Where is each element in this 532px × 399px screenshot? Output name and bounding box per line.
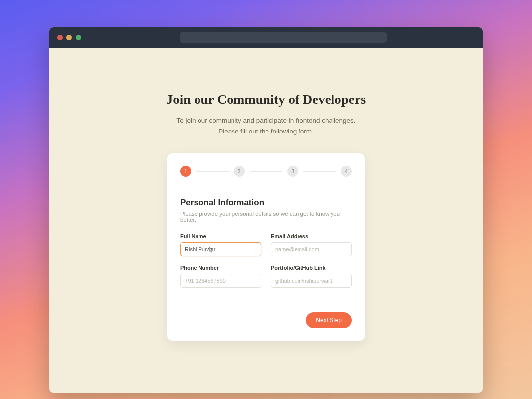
portfolio-input[interactable] — [271, 274, 352, 288]
browser-window: Join our Community of Developers To join… — [49, 27, 483, 393]
full-name-label: Full Name — [180, 233, 261, 239]
step-4[interactable]: 4 — [341, 166, 352, 177]
url-bar[interactable] — [180, 32, 387, 43]
field-full-name: Full Name — [180, 233, 261, 256]
subtitle-line-2: Please fill out the following form. — [218, 128, 314, 135]
phone-label: Phone Number — [180, 265, 261, 271]
page-subtitle: To join our community and participate in… — [176, 115, 355, 136]
form-grid: Full Name Email Address Phone Number Por… — [180, 233, 352, 288]
step-connector — [303, 171, 336, 172]
step-connector — [250, 171, 283, 172]
email-label: Email Address — [271, 233, 352, 239]
page-title: Join our Community of Developers — [166, 92, 366, 107]
section-title: Personal Information — [180, 198, 352, 208]
minimize-icon[interactable] — [66, 35, 72, 40]
portfolio-label: Portfolio/GitHub Link — [271, 265, 352, 271]
field-phone: Phone Number — [180, 265, 261, 288]
next-step-button[interactable]: Next Step — [306, 312, 352, 328]
page-content: Join our Community of Developers To join… — [49, 48, 483, 393]
browser-titlebar — [49, 27, 483, 48]
field-email: Email Address — [271, 233, 352, 256]
maximize-icon[interactable] — [76, 35, 81, 40]
window-controls — [57, 35, 81, 40]
form-card: 1 2 3 4 Personal Information Please prov… — [167, 153, 365, 341]
form-actions: Next Step — [180, 312, 352, 328]
close-icon[interactable] — [57, 35, 63, 40]
email-input[interactable] — [271, 242, 352, 256]
phone-input[interactable] — [180, 274, 261, 288]
step-1[interactable]: 1 — [180, 166, 191, 177]
step-2[interactable]: 2 — [234, 166, 245, 177]
full-name-input[interactable] — [180, 242, 261, 256]
field-portfolio: Portfolio/GitHub Link — [271, 265, 352, 288]
section-subtitle: Please provide your personal details so … — [180, 211, 352, 223]
step-connector — [196, 171, 229, 172]
stepper: 1 2 3 4 — [180, 166, 352, 188]
step-3[interactable]: 3 — [287, 166, 298, 177]
subtitle-line-1: To join our community and participate in… — [176, 117, 355, 124]
